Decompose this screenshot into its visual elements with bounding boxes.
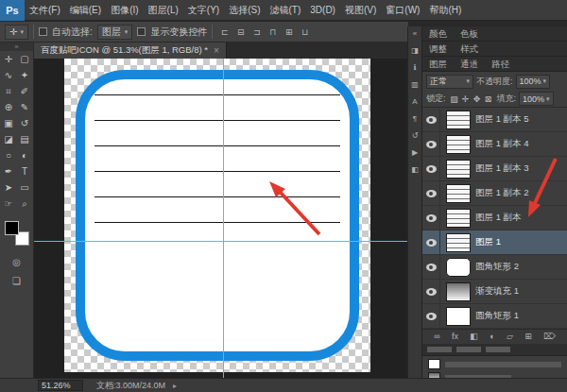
lock-image-pixels-icon[interactable]: ✛ — [460, 94, 472, 104]
menu-item[interactable]: 滤镜(T) — [266, 0, 306, 21]
properties-panel-icon[interactable]: ◨ — [411, 47, 419, 55]
visibility-eye-icon[interactable] — [422, 181, 440, 206]
align-left-icon[interactable]: ⊏ — [217, 25, 232, 39]
layer-thumbnail[interactable] — [446, 282, 471, 301]
panel-tab[interactable]: 调整 — [422, 42, 454, 56]
layer-group-icon[interactable]: ▱ — [507, 332, 513, 341]
layer-thumbnail[interactable] — [446, 135, 471, 154]
panel-tab[interactable]: 样式 — [454, 42, 485, 56]
panel-tab[interactable]: 路径 — [485, 57, 516, 71]
layer-row[interactable]: 图层 1 副本 — [422, 206, 567, 230]
menu-item[interactable]: 视图(V) — [340, 0, 381, 21]
menu-item[interactable]: 编辑(E) — [65, 0, 106, 21]
dodge-tool-icon[interactable]: ◐ — [17, 147, 33, 163]
panel-tab[interactable] — [486, 347, 510, 352]
visibility-eye-icon[interactable] — [422, 206, 440, 230]
visibility-eye-icon[interactable] — [422, 304, 440, 329]
delete-layer-icon[interactable]: ⌦ — [543, 332, 556, 341]
auto-select-checkbox[interactable] — [39, 27, 47, 36]
info-panel-icon[interactable]: ℹ — [413, 64, 416, 72]
masks-panel-icon[interactable]: ◧ — [411, 166, 419, 174]
blend-mode-dropdown[interactable]: 正常 ▾ — [426, 75, 473, 89]
quick-mask-mode-icon[interactable]: ◎ — [12, 257, 21, 267]
visibility-eye-icon[interactable] — [422, 255, 440, 280]
eraser-tool-icon[interactable]: ◪ — [1, 131, 17, 147]
visibility-eye-icon[interactable] — [422, 280, 440, 304]
menu-item[interactable]: 3D(D) — [305, 0, 340, 21]
menu-item[interactable]: 文字(Y) — [183, 0, 224, 21]
lock-transparent-pixels-icon[interactable]: ▨ — [449, 94, 460, 104]
visibility-eye-icon[interactable] — [422, 108, 440, 132]
lock-all-icon[interactable]: ⊠ — [483, 94, 494, 104]
vertical-guide[interactable] — [223, 59, 224, 378]
foreground-color-swatch[interactable] — [5, 221, 19, 235]
panel-tab[interactable] — [427, 347, 452, 352]
align-h-center-icon[interactable]: ⊟ — [233, 25, 248, 39]
zoom-level-field[interactable]: 51.26% — [38, 380, 83, 391]
menu-item[interactable]: 选择(S) — [224, 0, 265, 21]
panel-tab[interactable]: 图层 — [422, 57, 454, 71]
canvas-area[interactable] — [34, 59, 407, 378]
fill-value[interactable]: 100% ▾ — [519, 92, 554, 106]
rectangular-marquee-tool-icon[interactable]: ▢ — [17, 51, 33, 67]
history-panel-icon[interactable]: ↺ — [412, 132, 419, 140]
add-layer-mask-icon[interactable]: ◧ — [470, 332, 478, 341]
document-artboard[interactable] — [64, 59, 370, 372]
lasso-tool-icon[interactable]: ∿ — [1, 67, 17, 83]
tool-preset-picker[interactable]: ✛ ▾ — [5, 25, 28, 40]
layer-thumbnail[interactable] — [446, 111, 471, 129]
document-tab[interactable]: 百度贴吧ICON @ 51.3%(图层 1, RGB/8) * × — [34, 43, 227, 59]
blur-tool-icon[interactable]: ○ — [1, 147, 17, 163]
zoom-tool-icon[interactable]: ⌕ — [17, 196, 33, 212]
layer-thumbnail[interactable] — [446, 184, 471, 203]
layer-thumbnail[interactable] — [446, 209, 471, 228]
layer-thumbnail[interactable] — [446, 233, 471, 252]
layer-row[interactable]: 图层 1 副本 2 — [422, 181, 567, 206]
layer-row[interactable]: 圆角矩形 2 — [422, 255, 567, 280]
panel-tab[interactable] — [456, 347, 481, 352]
menu-item[interactable]: 图层(L) — [144, 0, 183, 21]
layer-row[interactable]: 图层 1 副本 3 — [422, 157, 567, 181]
link-layers-icon[interactable]: ∞ — [434, 332, 439, 341]
layer-row[interactable]: 图层 1 副本 5 — [422, 108, 567, 132]
align-v-center-icon[interactable]: ⊞ — [282, 25, 296, 39]
rectangle-tool-icon[interactable]: ▭ — [17, 179, 33, 196]
menu-item[interactable]: 帮助(H) — [424, 0, 466, 21]
secondary-panel-row[interactable] — [422, 356, 567, 369]
actions-panel-icon[interactable]: ▶ — [412, 149, 418, 157]
panel-tab[interactable]: 通道 — [454, 57, 485, 71]
gradient-tool-icon[interactable]: ▤ — [17, 131, 33, 147]
layer-thumbnail[interactable] — [446, 258, 471, 277]
menu-item[interactable]: 图像(I) — [106, 0, 143, 21]
adjustment-layer-icon[interactable]: ◐ — [490, 332, 494, 341]
character-panel-icon[interactable]: A — [412, 98, 417, 106]
layer-style-fx-icon[interactable]: fx — [452, 332, 458, 341]
layer-thumbnail[interactable] — [446, 160, 471, 179]
layer-thumbnail[interactable] — [446, 307, 471, 326]
new-layer-icon[interactable]: ⊞ — [524, 332, 532, 341]
visibility-eye-icon[interactable] — [422, 132, 440, 157]
visibility-eye-icon[interactable] — [422, 230, 440, 255]
menu-item[interactable]: 文件(F) — [25, 0, 65, 21]
path-selection-tool-icon[interactable]: ➤ — [1, 179, 17, 196]
layer-row[interactable]: 圆角矩形 1 — [422, 304, 567, 329]
menu-item[interactable]: 窗口(W) — [381, 0, 424, 21]
layer-row[interactable]: 图层 1 — [422, 230, 567, 255]
spot-healing-brush-tool-icon[interactable]: ⊕ — [1, 99, 17, 115]
history-brush-tool-icon[interactable]: ↺ — [17, 115, 33, 131]
paragraph-panel-icon[interactable]: ¶ — [413, 115, 417, 123]
hand-tool-icon[interactable]: ☞ — [1, 196, 17, 212]
layer-row[interactable]: 渐变填充 1 — [422, 280, 567, 304]
lock-position-icon[interactable]: ✥ — [472, 94, 483, 104]
pen-tool-icon[interactable]: ✒ — [1, 163, 17, 179]
move-tool-icon[interactable]: ✛ — [1, 51, 17, 67]
opacity-value[interactable]: 100% ▾ — [516, 75, 551, 89]
panel-tab[interactable]: 色板 — [454, 26, 485, 41]
expand-panels-icon[interactable]: « — [413, 30, 417, 38]
align-top-icon[interactable]: ⊓ — [266, 25, 280, 39]
horizontal-guide[interactable] — [34, 241, 407, 242]
type-tool-icon[interactable]: T — [17, 163, 33, 179]
quick-selection-tool-icon[interactable]: ✦ — [17, 67, 33, 83]
toolbar-grip-icon[interactable]: » — [0, 43, 33, 51]
visibility-eye-icon[interactable] — [422, 157, 440, 181]
